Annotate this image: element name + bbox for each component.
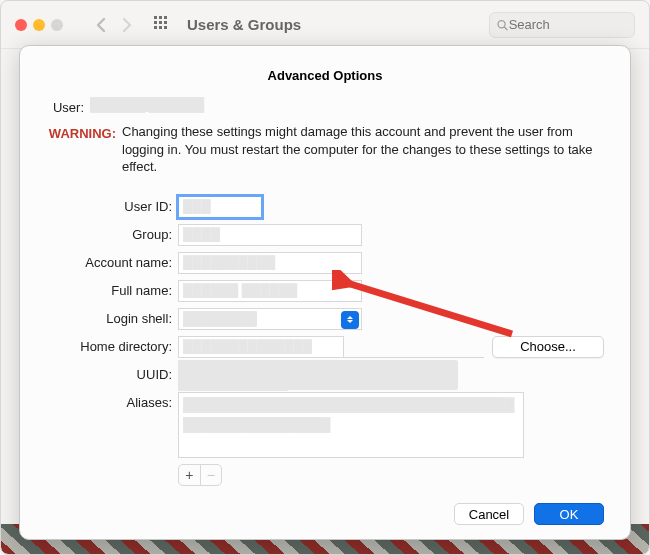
group-label: Group: bbox=[46, 227, 178, 242]
login-shell-label: Login shell: bbox=[46, 311, 178, 326]
window-title: Users & Groups bbox=[187, 16, 301, 33]
dialog-footer: Cancel OK bbox=[46, 493, 604, 525]
login-shell-value: ████████ bbox=[183, 311, 257, 326]
svg-rect-3 bbox=[154, 21, 157, 24]
alias-item[interactable]: ████████████████ bbox=[183, 417, 323, 432]
full-name-label: Full name: bbox=[46, 283, 178, 298]
ok-button[interactable]: OK bbox=[534, 503, 604, 525]
account-name-label: Account name: bbox=[46, 255, 178, 270]
account-name-input[interactable] bbox=[178, 252, 362, 274]
advanced-options-dialog: Advanced Options User: ██████ ██████ WAR… bbox=[19, 45, 631, 540]
dialog-title: Advanced Options bbox=[46, 68, 604, 83]
login-shell-select[interactable]: ████████ bbox=[178, 308, 362, 330]
home-directory-path-rest bbox=[343, 336, 484, 358]
form-grid: User ID: Group: Account name: Full name:… bbox=[46, 196, 604, 486]
svg-rect-7 bbox=[159, 26, 162, 29]
login-shell-row: Login shell: ████████ bbox=[46, 308, 604, 330]
user-id-input[interactable] bbox=[178, 196, 262, 218]
add-alias-button[interactable]: + bbox=[179, 465, 201, 485]
user-label: User: bbox=[46, 97, 90, 115]
choose-button[interactable]: Choose... bbox=[492, 336, 604, 358]
remove-alias-button[interactable]: − bbox=[201, 465, 222, 485]
svg-line-10 bbox=[504, 26, 507, 29]
search-field[interactable] bbox=[489, 12, 635, 38]
user-row: User: ██████ ██████ bbox=[46, 97, 604, 115]
home-directory-input[interactable] bbox=[178, 336, 344, 358]
full-name-input[interactable] bbox=[178, 280, 362, 302]
home-directory-label: Home directory: bbox=[46, 339, 178, 354]
alias-item[interactable]: ████████████████████████████████████ bbox=[183, 397, 503, 412]
svg-rect-5 bbox=[164, 21, 167, 24]
show-all-icon[interactable] bbox=[153, 15, 169, 34]
traffic-close-icon[interactable] bbox=[15, 19, 27, 31]
uuid-value: ████████-████-████-████-████████████ bbox=[178, 360, 458, 390]
uuid-label: UUID: bbox=[46, 367, 178, 382]
aliases-label: Aliases: bbox=[46, 392, 178, 410]
chevron-updown-icon bbox=[341, 311, 359, 329]
user-value: ██████ ██████ bbox=[90, 97, 204, 112]
group-input[interactable] bbox=[178, 224, 362, 246]
uuid-row: UUID: ████████-████-████-████-██████████… bbox=[46, 364, 604, 386]
home-directory-row: Home directory: Choose... bbox=[46, 336, 604, 358]
svg-rect-4 bbox=[159, 21, 162, 24]
svg-rect-6 bbox=[154, 26, 157, 29]
traffic-minimize-icon[interactable] bbox=[33, 19, 45, 31]
cancel-button[interactable]: Cancel bbox=[454, 503, 524, 525]
aliases-list[interactable]: ████████████████████████████████████ ███… bbox=[178, 392, 524, 458]
window-toolbar: Users & Groups bbox=[1, 1, 649, 49]
aliases-row: Aliases: ███████████████████████████████… bbox=[46, 392, 604, 458]
user-id-label: User ID: bbox=[46, 199, 178, 214]
user-id-row: User ID: bbox=[46, 196, 604, 218]
warning-text: Changing these settings might damage thi… bbox=[122, 123, 604, 176]
search-icon bbox=[496, 18, 509, 32]
search-input[interactable] bbox=[509, 17, 628, 32]
warning-row: WARNING: Changing these settings might d… bbox=[46, 123, 604, 176]
warning-label: WARNING: bbox=[49, 126, 116, 141]
full-name-row: Full name: bbox=[46, 280, 604, 302]
group-row: Group: bbox=[46, 224, 604, 246]
back-icon[interactable] bbox=[95, 17, 107, 33]
nav-arrows bbox=[95, 17, 133, 33]
forward-icon[interactable] bbox=[121, 17, 133, 33]
traffic-zoom-icon[interactable] bbox=[51, 19, 63, 31]
svg-rect-0 bbox=[154, 16, 157, 19]
svg-rect-8 bbox=[164, 26, 167, 29]
svg-rect-2 bbox=[164, 16, 167, 19]
aliases-add-remove: + − bbox=[178, 464, 222, 486]
account-name-row: Account name: bbox=[46, 252, 604, 274]
svg-rect-1 bbox=[159, 16, 162, 19]
